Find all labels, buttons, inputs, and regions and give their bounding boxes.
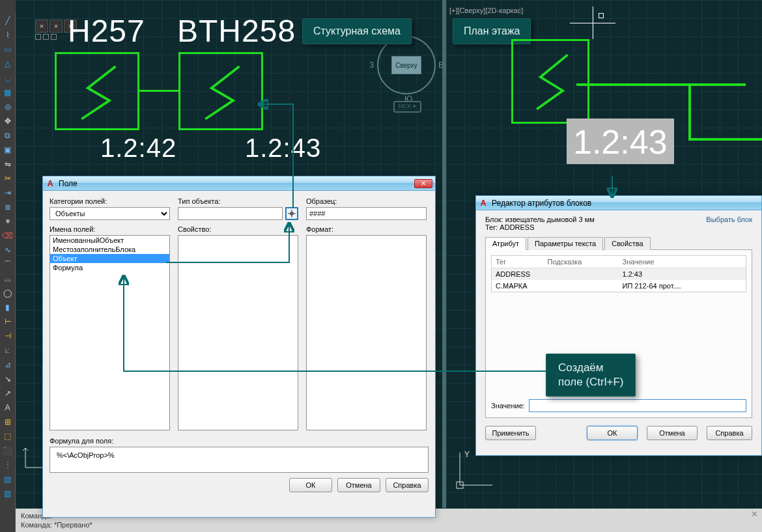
viewport-tab-label[interactable]: [+][Сверху][2D-каркас] — [449, 7, 523, 14]
cancel-button[interactable]: Отмена — [337, 478, 380, 492]
close-button[interactable]: ✕ — [414, 179, 432, 188]
tool-triangle-icon[interactable]: △ — [3, 59, 13, 69]
autocad-icon: A — [46, 179, 55, 188]
field-name-item[interactable]: МестозаполнительБлока — [50, 245, 169, 254]
field-dialog-titlebar[interactable]: A Поле ✕ — [43, 176, 435, 191]
tool-hatch-icon[interactable]: ▦ — [3, 87, 13, 98]
tool-polyline-icon[interactable]: ⌇ — [3, 30, 13, 40]
format-listbox[interactable] — [306, 235, 427, 430]
field-names-listbox[interactable]: ИменованныйОбъектМестозаполнительБлокаОб… — [49, 235, 170, 430]
block-label: H257 — [68, 13, 145, 49]
attribute-row[interactable]: С.МАРКАИП 212-64 прот.... — [492, 280, 746, 292]
viewcube[interactable]: З В Ю Сверху — [377, 36, 436, 94]
viewport-controls — [35, 34, 57, 40]
format-label: Формат: — [306, 225, 427, 233]
tool-block2-icon[interactable]: ⬛ — [3, 445, 13, 456]
attribute-row[interactable]: ADDRESS1.2:43 — [492, 268, 746, 281]
formula-box[interactable]: %<\AcObjProp>% — [49, 447, 429, 473]
help-button[interactable]: Справка — [707, 426, 752, 440]
crosshair-icon — [287, 209, 296, 218]
viewport-control-icon[interactable] — [51, 34, 57, 40]
tool-mtext-icon[interactable]: A — [3, 402, 13, 413]
grid-header-value: Значение — [619, 256, 746, 268]
tool-spline-icon[interactable]: ∿ — [3, 245, 13, 255]
detector-block[interactable] — [55, 52, 139, 130]
detector-block[interactable] — [511, 39, 589, 124]
tool-dim-icon[interactable]: ⊢ — [3, 316, 13, 327]
file-tab-close[interactable]: × — [49, 20, 63, 33]
tool-rect-icon[interactable]: ▭ — [3, 44, 13, 55]
tool-fill2-icon[interactable]: ▥ — [3, 488, 13, 499]
tab-properties[interactable]: Свойства — [604, 237, 650, 250]
tool-table-icon[interactable]: ⊞ — [3, 417, 13, 427]
field-name-item[interactable]: Объект — [50, 254, 169, 263]
tool-erase-icon[interactable]: ⌫ — [3, 231, 13, 241]
tool-move-icon[interactable]: ✥ — [3, 116, 13, 126]
tool-circle-icon[interactable]: ◎ — [3, 102, 13, 112]
pick-object-button[interactable] — [285, 207, 298, 220]
tool-camera-icon[interactable]: ▮ — [3, 302, 13, 313]
tab-text-params[interactable]: Параметры текста — [528, 237, 603, 250]
tool-arc2-icon[interactable]: ⌒ — [3, 259, 13, 270]
field-name-item[interactable]: ИменованныйОбъект — [50, 236, 169, 245]
tool-ellipse-icon[interactable]: ◯ — [3, 288, 13, 298]
field-name-item[interactable]: Формула — [50, 263, 169, 272]
left-toolbar: ╱ ⌇ ▭ △ ◡ ▦ ◎ ✥ ⧉ ▣ ⇋ ✂ ⇥ ≣ ✶ ⌫ ∿ ⌒ ⌓ ◯ … — [0, 13, 16, 532]
formula-label: Формула для поля: — [49, 437, 429, 445]
tool-leader-icon[interactable]: ↘ — [3, 374, 13, 384]
wire — [139, 90, 178, 92]
tool-fill-icon[interactable]: ▤ — [3, 474, 13, 484]
attribute-value-input[interactable] — [529, 399, 746, 412]
detector-block[interactable] — [178, 52, 263, 130]
eattedit-tabs: Атрибут Параметры текста Свойства — [485, 236, 752, 250]
tool-leader2-icon[interactable]: ↗ — [3, 388, 13, 399]
eattedit-title: Редактор атрибутов блоков — [492, 199, 591, 208]
tool-dim4-icon[interactable]: ⊿ — [3, 359, 13, 370]
close-icon[interactable]: ✕ — [751, 510, 758, 519]
tool-trim-icon[interactable]: ✂ — [3, 173, 13, 184]
viewcube-west[interactable]: З — [369, 61, 374, 70]
eattedit-titlebar[interactable]: A Редактор атрибутов блоков — [476, 196, 761, 210]
address-label: 1.2:42 — [100, 133, 176, 163]
tool-arc3-icon[interactable]: ⌓ — [3, 273, 13, 284]
viewport-control-icon[interactable] — [43, 34, 49, 40]
cancel-button[interactable]: Отмена — [647, 426, 698, 440]
field-dialog: A Поле ✕ Категории полей: Объекты Имена … — [42, 176, 436, 518]
tool-mirror-icon[interactable]: ⇋ — [3, 159, 13, 169]
tool-arc-icon[interactable]: ◡ — [3, 73, 13, 83]
tool-extend-icon[interactable]: ⇥ — [3, 188, 13, 198]
command-output-current: Команда: *Прервано* — [21, 520, 757, 529]
tool-dim3-icon[interactable]: ⟀ — [3, 345, 13, 356]
attributes-grid[interactable]: Тег Подсказка Значение ADDRESS1.2:43С.МА… — [491, 255, 746, 292]
ok-button[interactable]: ОК — [289, 478, 332, 492]
tag-info: Тег: ADDRESS — [485, 223, 706, 231]
tool-dim2-icon[interactable]: ⊣ — [3, 331, 13, 341]
tool-line-icon[interactable]: ╱ — [3, 16, 13, 26]
grid-header-tag: Тег — [492, 256, 544, 268]
viewcube-top-face[interactable]: Сверху — [391, 56, 421, 74]
select-block-link[interactable]: Выбрать блок — [706, 216, 752, 231]
tool-explode-icon[interactable]: ✶ — [3, 216, 13, 227]
tab-attribute[interactable]: Атрибут — [485, 237, 526, 250]
wire — [576, 83, 746, 86]
wcs-indicator[interactable]: МСК ▾ — [393, 101, 421, 113]
selected-address-text[interactable]: 1.2:43 — [567, 119, 674, 164]
ok-button[interactable]: ОК — [587, 426, 638, 440]
field-categories-select[interactable]: Объекты — [49, 207, 170, 220]
tool-dots-icon[interactable]: ⋮ — [3, 460, 13, 470]
help-button[interactable]: Справка — [386, 478, 429, 492]
sample-input[interactable] — [306, 207, 427, 220]
tool-offset-icon[interactable]: ≣ — [3, 202, 13, 212]
viewport-control-icon[interactable] — [35, 34, 41, 40]
wire — [688, 83, 691, 141]
apply-button[interactable]: Применить — [485, 426, 536, 440]
tool-copy-icon[interactable]: ⧉ — [3, 130, 13, 141]
address-label: 1.2:43 — [245, 133, 321, 163]
svg-text:Y: Y — [464, 450, 470, 459]
tool-block-icon[interactable]: ⬚ — [3, 431, 13, 441]
file-tab-close[interactable]: × — [35, 20, 48, 33]
tool-stretch-icon[interactable]: ▣ — [3, 145, 13, 155]
value-label: Значение: — [491, 402, 525, 410]
property-listbox[interactable] — [178, 235, 298, 430]
object-type-input[interactable] — [178, 207, 283, 220]
